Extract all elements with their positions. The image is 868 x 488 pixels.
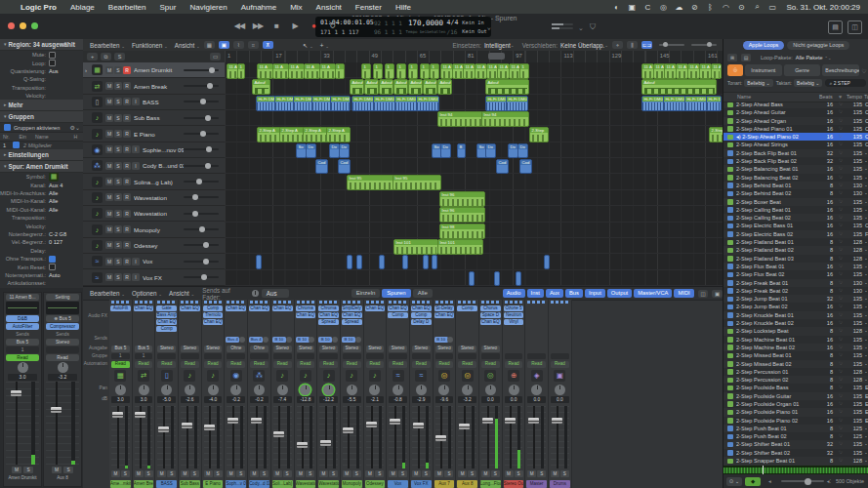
strip-patch-name[interactable] bbox=[204, 301, 223, 304]
loop-favorite-icon[interactable]: ♡ bbox=[839, 158, 846, 163]
mute-button[interactable]: M bbox=[52, 467, 62, 473]
pan-knob[interactable] bbox=[115, 385, 126, 395]
fader-cap[interactable] bbox=[135, 412, 145, 418]
strip-patch-name[interactable] bbox=[435, 301, 454, 304]
fx-slot[interactable]: SmplDely bbox=[342, 305, 362, 311]
input-monitor-button[interactable]: I bbox=[132, 145, 140, 153]
automation-slot[interactable]: Read bbox=[181, 361, 199, 368]
grid-icon[interactable]: ▦ bbox=[204, 41, 215, 49]
automation-slot[interactable]: Read bbox=[227, 361, 245, 368]
mute-button[interactable]: M bbox=[458, 470, 467, 477]
db-value[interactable]: -9.6 bbox=[435, 396, 454, 403]
battery-icon[interactable]: ▭ bbox=[765, 3, 780, 12]
menu-navigieren[interactable]: Navigieren bbox=[183, 3, 233, 12]
automation-slot[interactable]: Read bbox=[551, 361, 569, 368]
midi-region[interactable]: 1 bbox=[420, 63, 430, 79]
audio-region[interactable] bbox=[494, 271, 500, 286]
pan-knob[interactable] bbox=[139, 385, 149, 395]
drag-mode-value[interactable]: Keine Überlapp. bbox=[560, 42, 604, 49]
loop-play-button[interactable]: ◆ bbox=[745, 477, 761, 486]
mixer-filter-audio[interactable]: Audio bbox=[503, 289, 525, 298]
send-knob[interactable] bbox=[309, 337, 314, 343]
audio-region[interactable]: Cod bbox=[315, 159, 328, 174]
fx-slot[interactable]: Ozone 5 bbox=[504, 305, 524, 311]
midi-region[interactable]: Inst 101 bbox=[437, 239, 483, 255]
strip-patch-name[interactable] bbox=[111, 301, 130, 304]
track-header-14[interactable]: ≈MSRIVox FX bbox=[83, 269, 225, 285]
send-knob[interactable] bbox=[332, 337, 338, 343]
send-slot[interactable]: B 10 bbox=[434, 337, 448, 343]
audio-region[interactable]: Hi-Fi DM01 bbox=[274, 96, 295, 111]
loop-row[interactable]: 2-Step Percussion 028♡128- bbox=[723, 376, 868, 384]
loop-favorite-icon[interactable]: ♡ bbox=[839, 352, 846, 357]
strip-patch-name[interactable] bbox=[458, 301, 476, 304]
midi-region[interactable]: 1 bbox=[396, 63, 406, 79]
fx-slot[interactable]: Tremolo bbox=[203, 312, 224, 318]
group-slot[interactable]: ​ bbox=[389, 353, 407, 359]
audio-region[interactable] bbox=[544, 255, 550, 269]
automation-slot[interactable]: Read bbox=[157, 361, 176, 368]
loop-row[interactable]: 2-Step Jump Beat 0216♡135- bbox=[723, 303, 868, 310]
db-value[interactable]: -0.2 bbox=[250, 396, 269, 403]
track-volume-slider[interactable] bbox=[184, 133, 219, 135]
signature-filter-value[interactable]: Beliebig ⌄ bbox=[794, 79, 822, 87]
output-slot[interactable]: Stereo bbox=[319, 346, 338, 352]
solo-button[interactable]: S bbox=[114, 225, 122, 233]
strip-setting-button[interactable]: Setting bbox=[46, 294, 79, 301]
loop-row[interactable]: 2-Step Behind Beat 028♡130- bbox=[723, 189, 868, 197]
solo-button[interactable]: S bbox=[167, 470, 176, 477]
loop-action-menu-button[interactable]: ⊙ ⌄ bbox=[726, 477, 742, 486]
inspector-checkbox[interactable] bbox=[49, 256, 56, 263]
audio-region[interactable] bbox=[402, 255, 408, 269]
fx-slot[interactable]: Spread bbox=[318, 319, 339, 325]
fx-slot[interactable]: Chan EQ bbox=[480, 319, 501, 325]
inspector-checkbox[interactable] bbox=[49, 52, 56, 59]
mute-button[interactable]: M bbox=[12, 467, 21, 473]
mixer-edit-menu[interactable]: Bearbeiten ⌄ bbox=[90, 290, 125, 297]
sends-on-fader-value[interactable]: Aus bbox=[262, 289, 289, 298]
track-header-12[interactable]: ♪MSROdessey bbox=[83, 238, 225, 254]
mute-button[interactable]: M bbox=[111, 470, 120, 477]
audio-region[interactable] bbox=[516, 271, 521, 286]
group-slot[interactable]: ​ bbox=[319, 353, 338, 359]
automation-slot[interactable]: Read bbox=[458, 361, 476, 368]
loop-favorite-icon[interactable]: ♡ bbox=[839, 280, 846, 285]
wifi-icon[interactable]: ◠ bbox=[718, 3, 733, 12]
midi-region[interactable]: Adouf bbox=[252, 79, 270, 95]
midi-region[interactable]: 1 bbox=[385, 63, 394, 79]
loop-favorite-icon[interactable]: ♡ bbox=[839, 441, 846, 446]
track-volume-slider[interactable] bbox=[184, 101, 219, 102]
strip-eq-display[interactable] bbox=[6, 302, 39, 314]
loop-row[interactable]: 2-Step Percussion 018♡128- bbox=[723, 368, 868, 376]
midi-region[interactable]: Inst 96 bbox=[439, 207, 485, 223]
loop-row[interactable]: 2-Step Behind Beat 018♡130- bbox=[723, 182, 868, 189]
group-slot[interactable]: ​ bbox=[297, 353, 315, 359]
pan-knob[interactable] bbox=[531, 385, 542, 395]
fx-slot[interactable]: Chan EQ bbox=[342, 312, 362, 318]
solo-button[interactable]: S bbox=[398, 470, 407, 477]
track-volume-slider[interactable] bbox=[184, 165, 219, 167]
audio-region[interactable] bbox=[469, 271, 475, 286]
midi-region[interactable]: Adouf bbox=[379, 79, 393, 95]
loop-favorite-icon[interactable]: ♡ bbox=[839, 223, 846, 227]
db-value[interactable]: -12.2 bbox=[319, 396, 338, 403]
loops-tab-apple-loops[interactable]: Apple Loops bbox=[743, 41, 785, 50]
fader-cap[interactable] bbox=[482, 418, 493, 424]
inspector-section-einstellungen[interactable]: ▸Einstellungen bbox=[0, 149, 83, 161]
fx-slot[interactable]: Comp bbox=[411, 312, 432, 318]
automation-slot[interactable]: Read bbox=[481, 361, 500, 368]
fader-cap[interactable] bbox=[459, 424, 470, 429]
send-slot[interactable]: B 10 bbox=[272, 337, 286, 343]
loop-row[interactable]: 2-Step Ahead Organ16♡135Cm bbox=[723, 117, 868, 125]
mute-button[interactable]: M bbox=[105, 114, 113, 122]
mixer-filter-bus[interactable]: Bus bbox=[565, 289, 583, 298]
loop-favorite-icon[interactable]: ♡ bbox=[839, 369, 846, 374]
audio-region[interactable]: Hi-Fi DM01 bbox=[416, 96, 439, 111]
mute-button[interactable]: M bbox=[319, 470, 328, 477]
arrange-lane-7[interactable] bbox=[225, 158, 723, 174]
inspector-section-region[interactable]: ▾Region: 34 ausgewählt bbox=[0, 39, 83, 51]
db-value[interactable]: 0.0 bbox=[481, 396, 500, 403]
loop-row[interactable]: ◂) 2-Step Ahead Piano 0216♡135Cm bbox=[723, 133, 868, 141]
audio-region[interactable]: Cod bbox=[338, 159, 351, 174]
fx-slot[interactable]: Chan EQ bbox=[388, 305, 408, 311]
